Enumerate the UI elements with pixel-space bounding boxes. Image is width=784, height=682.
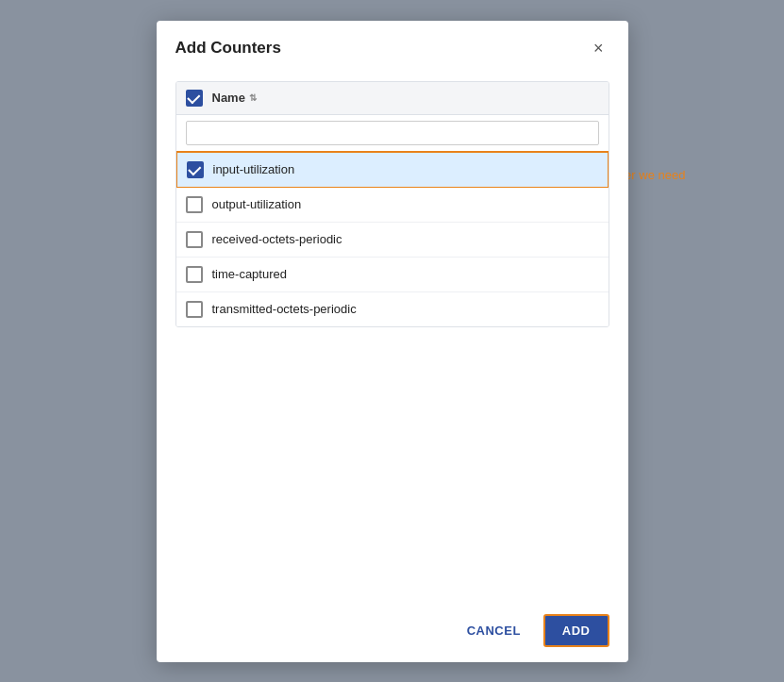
checkbox-output-utilization[interactable]: [186, 196, 203, 213]
search-input[interactable]: [186, 121, 599, 145]
dialog-body: Name ⇅ input-utilization output-utilizat…: [157, 72, 628, 599]
counter-name-transmitted-octets-periodic: transmitted-octets-periodic: [212, 302, 357, 316]
counter-name-received-octets-periodic: received-octets-periodic: [212, 232, 342, 246]
counter-row-time-captured[interactable]: time-captured: [176, 258, 609, 292]
name-column-header: Name ⇅: [212, 91, 257, 105]
search-row: [176, 115, 609, 152]
dialog-title: Add Counters: [175, 39, 281, 58]
checkbox-time-captured[interactable]: [186, 266, 203, 283]
dialog-overlay: 1 Select the counter we need 2 Click ADD…: [0, 0, 784, 682]
counter-row-output-utilization[interactable]: output-utilization: [176, 188, 609, 223]
checkbox-received-octets-periodic[interactable]: [186, 231, 203, 248]
counter-row-received-octets-periodic[interactable]: received-octets-periodic: [176, 223, 609, 258]
table-header: Name ⇅: [176, 82, 609, 115]
cancel-button[interactable]: CANCEL: [456, 616, 532, 645]
checkbox-input-utilization[interactable]: [187, 161, 204, 178]
select-all-checkbox[interactable]: [186, 90, 203, 107]
close-button[interactable]: ×: [588, 38, 609, 58]
sort-icon: ⇅: [249, 92, 257, 103]
counters-table: Name ⇅ input-utilization output-utilizat…: [175, 81, 609, 327]
counter-row-input-utilization[interactable]: input-utilization: [175, 151, 609, 189]
dialog-footer: CANCEL ADD: [157, 599, 628, 662]
checkbox-transmitted-octets-periodic[interactable]: [186, 301, 203, 318]
counter-name-time-captured: time-captured: [212, 267, 287, 281]
add-button[interactable]: ADD: [543, 614, 609, 647]
counter-name-input-utilization: input-utilization: [213, 162, 295, 176]
dialog-header: Add Counters ×: [157, 21, 628, 72]
counter-name-output-utilization: output-utilization: [212, 197, 302, 211]
counter-row-transmitted-octets-periodic[interactable]: transmitted-octets-periodic: [176, 292, 609, 326]
add-counters-dialog: Add Counters × Name ⇅: [157, 21, 628, 662]
